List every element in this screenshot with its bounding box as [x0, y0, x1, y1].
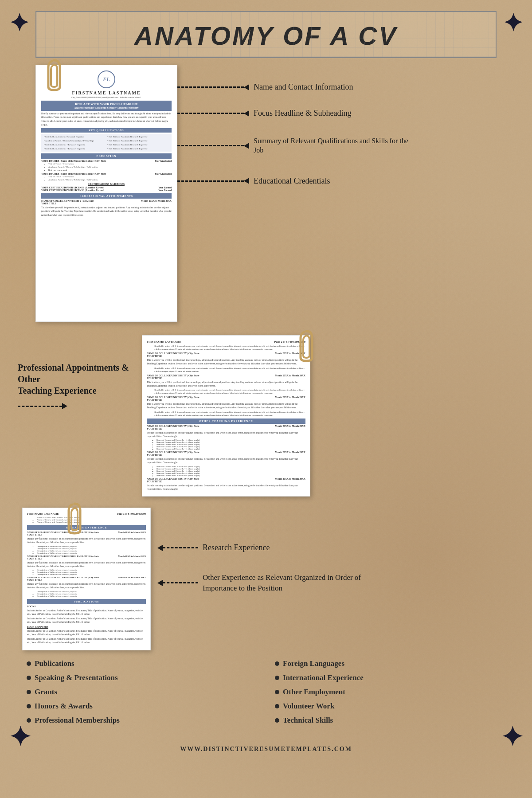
cv-qual-5: • Soft Skills or Academic / Research Exp… — [43, 143, 106, 146]
label-summary: Summary of Relevant Qualifications and S… — [177, 137, 523, 155]
label-name-contact: Name and Contact Information — [177, 82, 523, 92]
cv-qual-4: • Soft Skills or Academic/Research Exper… — [107, 139, 169, 142]
cv-cert-2-year: Year Earned — [158, 189, 172, 192]
dashed-line-2 — [177, 113, 244, 114]
p3-res-2-desc: Include any full-time, associate, or ass… — [27, 561, 146, 568]
p2-appt-1: NAME OF COLLEGE/UNIVERSITY | City, State… — [147, 352, 305, 373]
page-wrapper: ✦ ✦ ANATOMY OF A CV FL FIRSTNAME LASTNAM… — [0, 0, 532, 766]
p3-res-3-dates: Month 20XX to Month 20XX — [118, 576, 146, 579]
p3-header-row: FIRSTNAME LASTNAME Page 3 of 6 | 000.000… — [27, 512, 146, 515]
p3-res-2-org: NAME OF COLLEGE/UNIVERSITY/RESEARCH FACI… — [27, 555, 99, 557]
footer: WWW.DISTINCTIVERESUMETEMPLATES.COM — [9, 739, 523, 757]
label-focus-headline: Focus Headline & Subheading — [177, 109, 523, 118]
p2-cont-bullets: Short bullet points of 1-3 lines each ma… — [150, 344, 305, 351]
cv-contact: City, State 00000 | 000.000.0000 | email… — [41, 96, 172, 98]
p2-appt-2-dates: Month 20XX to Month 20XX — [275, 374, 305, 377]
cv-page2: FIRSTNAME LASTNAME Page 2 of 6 | 000.000… — [142, 335, 310, 497]
p3-res-1: NAME OF COLLEGE/UNIVERSITY/RESEARCH FACI… — [27, 531, 146, 554]
bullet-dot-1 — [27, 661, 31, 666]
label-text-research: Research Experience — [203, 543, 270, 552]
p2-teach-2-dates: Month 20XX to Month 20XX — [275, 451, 305, 454]
label-education: Educational Credentials — [177, 176, 523, 186]
p3-chapters-text2: Indicate Author or Co-author: Author's l… — [27, 637, 146, 645]
label-text-other-exp: Other Experience as Relevant Organized i… — [203, 572, 361, 594]
dashed-to-p2 — [18, 406, 62, 407]
label-text-focus: Focus Headline & Subheading — [254, 109, 351, 118]
bullet-text-speaking: Speaking & Presentations — [35, 673, 118, 682]
cv-headline-sub: Academic Specialty | Academic Specialty … — [43, 106, 170, 109]
cv-edu-1-b3: Relevant coursework — [48, 168, 172, 172]
p2-appt-3-desc: This is where you will list postdoctoral… — [147, 402, 305, 410]
p3-res-2-header: NAME OF COLLEGE/UNIVERSITY/RESEARCH FACI… — [27, 555, 146, 557]
page-title-wrapper: ANATOMY OF A CV — [35, 11, 497, 58]
p2-teach-3-dates: Month 20XX to Month 20XX — [275, 477, 305, 480]
p2-header-row: FIRSTNAME LASTNAME Page 2 of 6 | 000.000… — [147, 340, 305, 343]
star-top-right: ✦ — [503, 9, 523, 37]
p3-res-3: NAME OF COLLEGE/UNIVERSITY/RESEARCH FACI… — [27, 576, 146, 597]
p3-res-1-title: YOUR TITLE — [27, 533, 146, 536]
middle-section: Professional Appointments & Other Teachi… — [9, 335, 523, 497]
bullet-volunteer: Volunteer Work — [275, 702, 505, 711]
p3-res-1-header: NAME OF COLLEGE/UNIVERSITY/RESEARCH FACI… — [27, 531, 146, 533]
bullet-text-volunteer: Volunteer Work — [283, 702, 334, 711]
cv-edu-2: YOUR DEGREE | Name of the University/Col… — [41, 172, 172, 181]
p3-res-2: NAME OF COLLEGE/UNIVERSITY/RESEARCH FACI… — [27, 555, 146, 576]
p2-teach-3-title: YOUR TITLE — [147, 480, 305, 483]
cv-page1: FL FIRSTNAME LASTNAME City, State 00000 … — [35, 65, 177, 322]
cv-edu-1-bullets: Title of Thesis / Dissertation Academic … — [45, 162, 172, 172]
right-labels-area: Name and Contact Information Focus Headl… — [177, 65, 523, 322]
p3-cont-courses: Name of Course and Course Level (dates t… — [33, 516, 146, 523]
other-dashed-line — [163, 582, 198, 583]
bullet-international: International Experience — [275, 673, 505, 682]
arrow-tip-3 — [244, 143, 249, 149]
p2-appt-3: NAME OF COLLEGE/UNIVERSITY | City, State… — [147, 396, 305, 417]
bullet-technical: Technical Skills — [275, 716, 505, 725]
p2-appt-1-bullets: Short bullet points of 1-3 lines each ma… — [150, 367, 305, 373]
cv-cert-title: CERTIFICATIONS & LICENSES — [41, 183, 172, 185]
cv-initials: FL — [103, 76, 110, 83]
right-labels-bottom: Research Experience Other Experience as … — [157, 508, 523, 594]
cv-edu-2-b1: Title of Thesis / Dissertation — [48, 175, 172, 178]
bullet-text-grants: Grants — [35, 688, 57, 696]
cv-logo: FL — [98, 70, 115, 88]
bullet-honors: Honors & Awards — [27, 702, 257, 711]
bullet-text-other-emp: Other Employment — [283, 688, 345, 696]
arrow-tip-2 — [244, 110, 249, 117]
p3-chapters-title: BOOK CHAPTERS — [27, 626, 146, 628]
p2-teach-2-courses: Name of Course and Course Level (dates t… — [153, 466, 305, 477]
cv-page3: FIRSTNAME LASTNAME Page 3 of 6 | 000.000… — [22, 508, 151, 650]
cv-headline-label: REPLACE WITH YOUR FOCUS HEADLINE — [43, 102, 170, 106]
p3-cc-3: Name of Course and Course Level (dates t… — [37, 521, 146, 523]
arrow-tip-4 — [244, 178, 249, 184]
cv-qualifications: • Soft Skills or Academic/Research Exper… — [41, 134, 172, 152]
cv-key-qual-header: KEY QUALIFICATIONS — [41, 128, 172, 133]
cv-headline-box: REPLACE WITH YOUR FOCUS HEADLINE Academi… — [41, 101, 172, 111]
label-text-education: Educational Credentials — [254, 176, 330, 186]
arrow-to-page2 — [18, 403, 142, 409]
p2-teach-3-org: NAME OF COLLEGE/UNIVERSITY | City, State — [147, 477, 199, 480]
p2-appt-2: NAME OF COLLEGE/UNIVERSITY | City, State… — [147, 374, 305, 395]
p3-chapters-text1: Indicate Author or Co-author: Author's l… — [27, 629, 146, 637]
p3-books-text1: Indicate Author or Co-author: Author's l… — [27, 609, 146, 616]
p3-page: Page 3 of 6 | 000.000.0000 — [117, 512, 146, 515]
arrow-right-tip — [62, 403, 67, 409]
p2-teaching-header: OTHER TEACHING EXPERIENCE — [147, 419, 305, 424]
star-top-left: ✦ — [9, 9, 29, 37]
p3-books-title: BOOKS — [27, 605, 146, 608]
bullet-section: Publications Speaking & Presentations Gr… — [27, 659, 505, 730]
bullet-col-right: Foreign Languages International Experien… — [275, 659, 505, 730]
p3-res-1-dates: Month 20XX to Month 20XX — [118, 531, 146, 533]
bullet-memberships: Professional Memberships — [27, 716, 257, 725]
star-bottom-right: ✦ — [501, 721, 523, 753]
cv-edu-1-year: Year Graduated — [155, 160, 172, 162]
cv-edu-2-bullets: Title of Thesis / Dissertation Academic … — [45, 175, 172, 181]
label-text-name-contact: Name and Contact Information — [254, 82, 353, 92]
prof-appt-line1: Professional Appointments & Other — [18, 363, 129, 384]
p3-res-3-desc: Include any full-time, associate, or ass… — [27, 582, 146, 590]
bullet-speaking: Speaking & Presentations — [27, 673, 257, 682]
bullet-foreign: Foreign Languages — [275, 659, 505, 668]
research-label-row: Research Experience — [157, 543, 523, 552]
p3-res-2-dates: Month 20XX to Month 20XX — [118, 555, 146, 557]
bullet-dot-10 — [275, 718, 279, 723]
cv-qual-6: • Soft Skills or Academic/Research Exper… — [107, 143, 169, 146]
